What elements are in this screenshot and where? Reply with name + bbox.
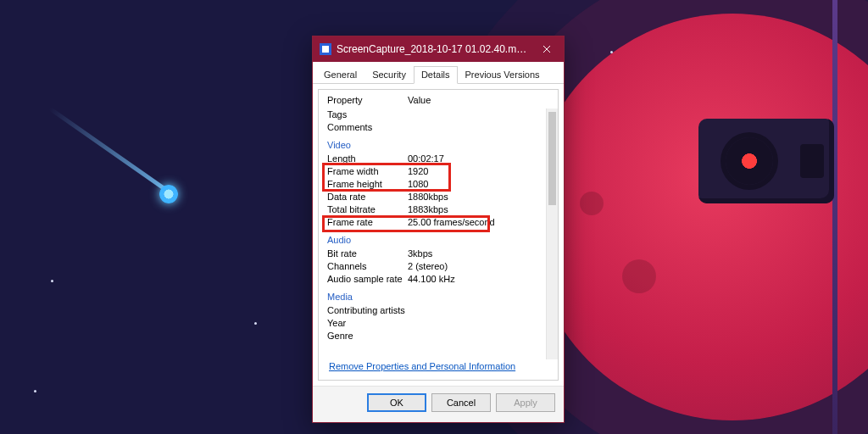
tab-general[interactable]: General xyxy=(316,66,364,84)
wallpaper-planet xyxy=(529,14,868,420)
table-row[interactable]: Data rate1880kbps xyxy=(327,191,537,203)
dialog-button-bar: OK Cancel Apply xyxy=(313,386,564,422)
table-row[interactable]: Audio sample rate44.100 kHz xyxy=(327,273,537,286)
wallpaper-star xyxy=(254,322,257,325)
table-row[interactable]: Channels2 (stereo) xyxy=(327,260,537,273)
wallpaper-pole xyxy=(832,0,837,434)
table-row[interactable]: Tags xyxy=(327,108,537,121)
table-row[interactable]: Contributing artists xyxy=(327,304,537,317)
wallpaper-comet xyxy=(42,68,186,212)
window-title: ScreenCapture_2018-10-17 01.02.40.mp4 Pr… xyxy=(337,43,530,55)
remove-properties-link[interactable]: Remove Properties and Personal Informati… xyxy=(329,361,515,371)
wallpaper-star xyxy=(34,390,36,392)
table-row[interactable]: Frame rate25.00 frames/second xyxy=(327,216,537,229)
titlebar[interactable]: ScreenCapture_2018-10-17 01.02.40.mp4 Pr… xyxy=(313,36,564,62)
scrollbar-thumb[interactable] xyxy=(548,112,556,205)
file-icon xyxy=(320,43,331,55)
header-value: Value xyxy=(408,95,549,105)
ok-button[interactable]: OK xyxy=(367,393,426,412)
section-media: Media xyxy=(327,286,537,304)
grid-body: Tags Comments Video Length00:02:17 Frame… xyxy=(319,108,558,359)
cancel-button[interactable]: Cancel xyxy=(431,393,491,412)
table-row[interactable]: Comments xyxy=(327,121,537,134)
table-row[interactable]: Total bitrate1883kbps xyxy=(327,203,537,216)
table-row[interactable]: Frame width1920 xyxy=(327,165,537,178)
properties-dialog: ScreenCapture_2018-10-17 01.02.40.mp4 Pr… xyxy=(312,36,565,423)
wallpaper-satellite xyxy=(698,119,834,203)
wallpaper-star xyxy=(51,280,53,282)
section-audio: Audio xyxy=(327,229,537,248)
close-icon xyxy=(542,45,551,53)
table-row[interactable]: Bit rate3kbps xyxy=(327,248,537,260)
table-row[interactable]: Length00:02:17 xyxy=(327,153,537,165)
scrollbar[interactable] xyxy=(546,108,558,359)
tabstrip: General Security Details Previous Versio… xyxy=(313,62,564,84)
close-button[interactable] xyxy=(530,36,564,62)
table-row[interactable]: Genre xyxy=(327,330,537,342)
header-property: Property xyxy=(327,95,408,105)
remove-properties-link-row: Remove Properties and Personal Informati… xyxy=(319,359,558,380)
tab-security[interactable]: Security xyxy=(364,66,414,84)
tab-previous-versions[interactable]: Previous Versions xyxy=(458,66,548,84)
details-pane: Property Value Tags Comments Video Lengt… xyxy=(318,89,559,381)
tab-details[interactable]: Details xyxy=(414,66,458,84)
section-video: Video xyxy=(327,134,537,153)
apply-button[interactable]: Apply xyxy=(496,393,555,412)
grid-header: Property Value xyxy=(319,90,558,108)
table-row[interactable]: Year xyxy=(327,317,537,330)
wallpaper-star xyxy=(610,51,613,53)
table-row[interactable]: Frame height1080 xyxy=(327,178,537,191)
